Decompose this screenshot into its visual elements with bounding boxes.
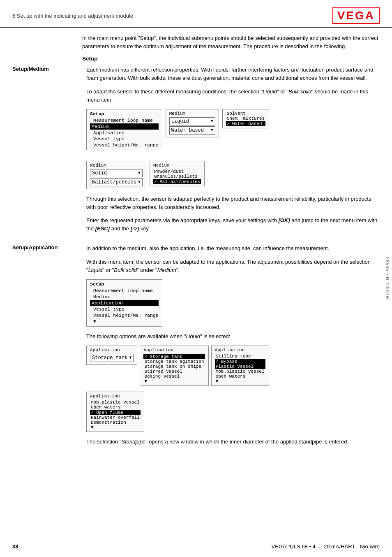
page-number: 38 — [12, 543, 18, 550]
app-opt-ships: Storage tank on ships — [143, 364, 205, 369]
medium-solid-box: Medium Solid ▼ Ballast/pebbles ▼ — [86, 161, 146, 189]
solid-value: Solid — [92, 170, 107, 176]
app-opt-dosing: Dosing vessel — [143, 374, 205, 379]
option-solvent: Solvent — [226, 111, 265, 116]
app-opt-storage: ✓ Storage tank — [143, 354, 205, 359]
app-opt3-mobplastic: Mob.plastic vessel — [90, 400, 141, 405]
solid-dropdown[interactable]: Solid ▼ — [90, 169, 143, 177]
app-options3-title: Application — [90, 394, 141, 399]
setup-app-content: In addition to the medium, also the appl… — [86, 244, 380, 451]
nav-title: Setup — [90, 111, 159, 116]
medium-diagrams-row2: Medium Solid ▼ Ballast/pebbles ▼ Medium … — [86, 161, 380, 189]
setup-medium-para2: To adapt the sensor to these different m… — [86, 88, 380, 104]
header: 6 Set up with the indicating and adjustm… — [0, 0, 392, 28]
app-storage-dropdown[interactable]: Storage tank ▼ — [90, 354, 134, 362]
app-diagrams-row: Application Storage tank ▼ Application ✓… — [86, 346, 380, 386]
ballast-dropdown[interactable]: Ballast/pebbles ▼ — [90, 178, 143, 186]
medium-diagrams-row1: Setup Measurement loop name Medium Appli… — [86, 109, 380, 155]
medium-liquid-box: Medium Liquid ▼ Water based ▼ — [166, 109, 219, 137]
setup-app-label: Setup/Application — [12, 244, 86, 451]
page: 6 Set up with the indicating and adjustm… — [0, 0, 392, 557]
setup-nav-box: Setup Measurement loop name Medium Appli… — [86, 109, 162, 150]
app-options2-box: Application Stilling tube ✓ Bypass Plast… — [211, 346, 269, 386]
app-nav-app: Application — [90, 300, 159, 306]
app-opt-open: Open waters — [215, 374, 265, 379]
solid-options-title: Medium — [153, 163, 201, 168]
app-opt3-more: ▼ — [90, 425, 141, 430]
app-nav-vessel: Vessel type — [90, 306, 159, 312]
setup-medium-para1: Each medium has different reflection pro… — [86, 66, 380, 82]
setup-app-para1: In addition to the medium, also the appl… — [86, 244, 380, 253]
solid-options-box: Medium Powder/dust Granules/pellets ✓ Ba… — [150, 161, 205, 186]
waterbased-dropdown[interactable]: Water based ▼ — [169, 126, 215, 135]
app-options1-title: Application — [143, 348, 205, 353]
setup-medium-label: Setup/Medium — [12, 66, 86, 238]
side-label: 36535-EN-130205 — [385, 257, 390, 300]
app-storage-arrow: ▼ — [129, 355, 131, 360]
liquid-dropdown[interactable]: Liquid ▼ — [169, 117, 215, 125]
app-options3-box: Application Mob.plastic vessel Open wate… — [86, 392, 144, 432]
setup-medium-content: Each medium has different reflection pro… — [86, 66, 380, 238]
app-opt-agitation: Storage tank agitation — [143, 359, 205, 364]
app-nav-medium: Medium — [90, 294, 159, 300]
app-opt-stirred: Stirred vessel — [143, 369, 205, 374]
app-nav-more: ▼ — [90, 318, 159, 325]
product-name: VEGAPULS 68 • 4 … 20 mA/HART - two-wire — [272, 543, 380, 550]
setup-medium-para4: Enter the requested parameters via the a… — [86, 216, 380, 233]
option-ballast: ✓ Ballast/pebbles — [153, 179, 201, 184]
medium-box-title: Medium — [169, 111, 215, 116]
liquid-options-box: Solvent Chem. mixtures ✓ Water based — [222, 109, 269, 128]
app-storage-box: Application Storage tank ▼ — [86, 346, 137, 365]
logo: VEGA — [332, 7, 380, 24]
nav-item-height: Vessel height/Me. range — [90, 142, 159, 148]
app-opt3-open: Open waters — [90, 405, 141, 410]
app-opt-more1: ▼ — [143, 379, 205, 384]
liquid-arrow: ▼ — [211, 119, 213, 123]
nav-item-app: Application — [90, 130, 159, 136]
app-options1-box: Application ✓ Storage tank Storage tank … — [140, 346, 208, 386]
solid-arrow: ▼ — [138, 171, 141, 175]
liquid-note: The following options are available when… — [86, 332, 380, 341]
app-storage-value: Storage tank — [92, 355, 127, 361]
header-title: 6 Set up with the indicating and adjustm… — [12, 13, 133, 19]
option-waterbased: ✓ Water based — [226, 121, 265, 126]
setup-app-nav-box: Setup Measurement loop name Medium Appli… — [86, 279, 162, 327]
app-opt-bypass: ✓ Bypass — [215, 359, 265, 364]
app-opt3-demo: Demonstration — [90, 420, 141, 425]
setup-app-para3: The selection "Standpipe" opens a new wi… — [86, 438, 380, 446]
ballast-arrow: ▼ — [138, 180, 141, 184]
app-opt3-flume: ✓ Open flume — [90, 410, 141, 415]
setup-medium-para3: Through this selection, the sensor is ad… — [86, 195, 380, 211]
nav-item-loop: Measurement loop name — [90, 117, 159, 123]
app-options2-title: Application — [215, 348, 265, 353]
app-opt-stilling: Stilling tube — [215, 354, 265, 359]
setup-app-para2: With this menu item, the sensor can be a… — [86, 258, 380, 274]
app-nav-height: Vessel height/Me. range — [90, 312, 159, 318]
app-opt-mobplastic: Mob.plastic vessel — [215, 369, 265, 374]
nav-item-medium: Medium — [90, 123, 159, 130]
nav-item-vessel: Vessel type — [90, 136, 159, 142]
liquid-value: Liquid — [171, 118, 189, 124]
waterbased-value: Water based — [171, 128, 204, 133]
waterbased-arrow: ▼ — [211, 128, 213, 132]
option-granules: Granules/pellets — [153, 174, 201, 179]
app-opt-plastic: Plastic vessel — [215, 364, 265, 369]
option-powder: Powder/dust — [153, 169, 201, 174]
app-opt3-rainwater: Rainwater overfall — [90, 415, 141, 420]
app-nav-title: Setup — [90, 281, 159, 287]
app-opt-more2: ▼ — [215, 379, 265, 384]
intro-para: In the main menu point "Setup", the indi… — [82, 34, 380, 51]
ballast-value: Ballast/pebbles — [92, 179, 136, 185]
app-box-title: Application — [90, 348, 134, 353]
app-nav-loop: Measurement loop name — [90, 288, 159, 294]
option-chem: Chem. mixtures — [226, 116, 265, 121]
medium-solid-title: Medium — [90, 163, 143, 168]
setup-heading: Setup — [82, 56, 380, 62]
